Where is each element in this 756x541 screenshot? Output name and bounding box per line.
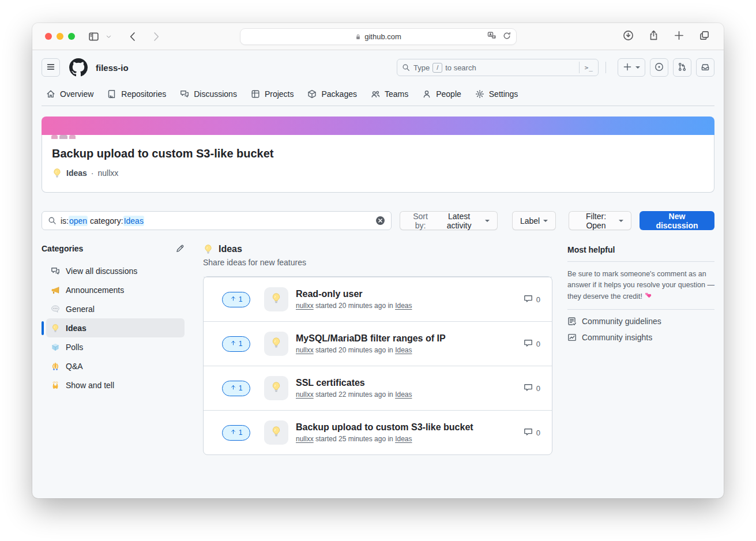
new-tab-icon[interactable]	[674, 30, 684, 43]
banner-artifact	[51, 135, 76, 139]
slash-key-hint: /	[432, 63, 442, 73]
browser-window: github.com filess-io Type /	[32, 23, 724, 498]
inbox-button[interactable]	[696, 58, 714, 77]
org-name[interactable]: filess-io	[96, 63, 129, 73]
category-label: Announcements	[66, 285, 124, 295]
address-bar[interactable]: github.com	[240, 28, 517, 45]
upvote-button[interactable]: 1	[222, 336, 250, 352]
nav-tab-label: Projects	[265, 89, 294, 99]
upvote-count: 1	[239, 429, 243, 437]
nav-tab-label: Discussions	[194, 89, 237, 99]
forward-button[interactable]	[150, 31, 161, 42]
github-header: filess-io Type / to search >_	[32, 50, 724, 106]
nav-tab[interactable]: Teams	[366, 84, 413, 106]
categories-sidebar: Categories View all discussions Announce…	[42, 244, 185, 395]
discussion-row[interactable]: 1 SSL certificates nullxx started 22 min…	[204, 366, 552, 410]
discussion-author-link[interactable]: nullxx	[97, 168, 118, 178]
upvote-arrow-icon	[230, 384, 236, 392]
discussion-row-title[interactable]: MySQL/MariaDB filter ranges of IP	[296, 333, 446, 344]
new-discussion-button[interactable]: New discussion	[640, 211, 714, 230]
category-item[interactable]: View all discussions	[46, 261, 185, 280]
upvote-button[interactable]: 1	[222, 381, 250, 396]
tab-overview-icon[interactable]	[699, 30, 710, 43]
reload-icon[interactable]	[502, 31, 511, 42]
category-item[interactable]: General	[46, 299, 185, 318]
create-new-button[interactable]	[618, 58, 645, 77]
nav-tab-label: Settings	[489, 89, 518, 99]
share-icon[interactable]	[648, 30, 659, 43]
category-link[interactable]: Ideas	[395, 302, 412, 310]
category-item[interactable]: Show and tell	[46, 375, 185, 395]
category-item[interactable]: Ideas	[46, 318, 185, 337]
pull-requests-button[interactable]	[673, 58, 691, 77]
nav-tab[interactable]: Packages	[303, 84, 361, 106]
nav-tab[interactable]: Overview	[42, 84, 98, 106]
issue-opened-icon	[655, 62, 664, 73]
global-menu-button[interactable]	[42, 58, 60, 77]
downloads-icon[interactable]	[623, 30, 634, 43]
command-palette-button[interactable]: >_	[579, 62, 593, 73]
discussion-row-title[interactable]: SSL certificates	[296, 378, 412, 388]
comment-count[interactable]: 0	[524, 383, 540, 394]
aside-link[interactable]: Community guidelines	[567, 317, 714, 326]
author-link[interactable]: nullxx	[296, 390, 314, 399]
global-search-input[interactable]: Type / to search >_	[397, 59, 599, 76]
filter-dropdown[interactable]: Filter: Open	[569, 211, 631, 230]
discussion-row-title[interactable]: Read-only user	[296, 289, 412, 299]
discussion-emoji-tile	[264, 287, 288, 311]
comment-count[interactable]: 0	[524, 427, 540, 438]
search-placeholder-rest: to search	[445, 63, 476, 72]
nav-tab[interactable]: People	[418, 84, 466, 106]
category-label: Show and tell	[66, 381, 114, 390]
category-link[interactable]: Ideas	[395, 346, 412, 354]
plus-icon	[623, 62, 632, 73]
minimize-button[interactable]	[57, 33, 63, 40]
discussion-emoji-tile	[264, 376, 288, 400]
bulb-emoji-icon	[270, 381, 282, 395]
translate-icon[interactable]	[487, 31, 497, 42]
discussions-search-input[interactable]: is:open category:Ideas	[42, 211, 392, 230]
github-logo[interactable]	[69, 58, 88, 77]
discussion-row[interactable]: 1 MySQL/MariaDB filter ranges of IP null…	[204, 321, 552, 366]
upvote-button[interactable]: 1	[222, 425, 250, 441]
sort-by-dropdown[interactable]: Sort by: Latest activity	[400, 211, 498, 230]
label-dropdown[interactable]: Label	[512, 211, 556, 230]
back-button[interactable]	[127, 31, 138, 42]
nav-tab[interactable]: Repositories	[103, 84, 171, 106]
zoom-button[interactable]	[68, 33, 75, 40]
nav-tab-label: Teams	[385, 89, 408, 99]
category-item[interactable]: Polls	[46, 337, 185, 356]
nav-tab[interactable]: Projects	[246, 84, 299, 106]
category-item[interactable]: Q&A	[46, 356, 185, 375]
nav-tab-icon	[307, 89, 317, 99]
discussion-row-title[interactable]: Backup upload to custom S3-like bucket	[296, 422, 473, 433]
comment-count[interactable]: 0	[524, 294, 540, 305]
author-link[interactable]: nullxx	[296, 346, 314, 354]
edit-categories-icon[interactable]	[175, 244, 185, 253]
hamburger-icon	[46, 62, 55, 73]
search-placeholder: Type	[413, 63, 430, 72]
issues-button[interactable]	[650, 58, 668, 77]
clear-search-icon[interactable]	[375, 216, 385, 226]
category-link[interactable]: Ideas	[395, 390, 412, 399]
discussion-category-link[interactable]: Ideas	[66, 168, 87, 178]
query-text: is:	[61, 216, 69, 226]
sidebar-toggle-icon[interactable]	[88, 31, 99, 42]
category-link[interactable]: Ideas	[395, 435, 412, 443]
bulb-emoji-icon	[270, 426, 282, 439]
category-item[interactable]: Announcements	[46, 280, 185, 299]
close-button[interactable]	[45, 33, 52, 40]
discussion-row[interactable]: 1 Backup upload to custom S3-like bucket…	[204, 410, 552, 454]
comment-count[interactable]: 0	[524, 339, 540, 350]
chevron-down-icon[interactable]	[103, 31, 114, 42]
nav-tab[interactable]: Discussions	[175, 84, 242, 106]
nav-tab-label: People	[436, 89, 461, 99]
discussion-row[interactable]: 1 Read-only user nullxx started 20 minut…	[204, 277, 552, 321]
upvote-button[interactable]: 1	[222, 292, 250, 307]
aside-link[interactable]: Community insights	[567, 333, 714, 342]
nav-tab[interactable]: Settings	[471, 84, 523, 106]
upvote-count: 1	[239, 340, 243, 348]
author-link[interactable]: nullxx	[296, 435, 314, 443]
author-link[interactable]: nullxx	[296, 302, 314, 310]
inbox-icon	[701, 62, 710, 73]
